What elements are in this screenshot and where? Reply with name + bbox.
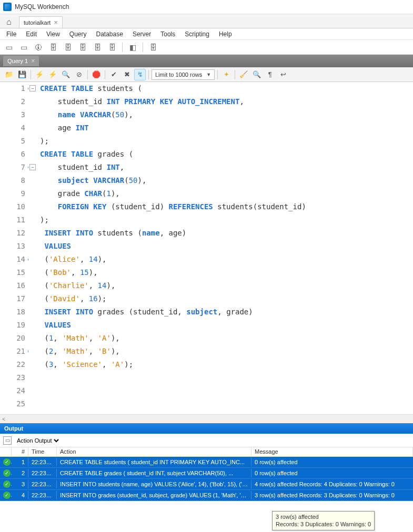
reconnect-icon[interactable]: 🗄 (147, 42, 159, 53)
titlebar: MySQL Workbench (0, 0, 413, 14)
separator (105, 70, 105, 79)
separator (235, 70, 235, 79)
query-tab-label: Query 1 (7, 58, 28, 64)
stop-icon[interactable]: ⊘ (73, 69, 85, 80)
output-table: # Time Action Message ✓122:23:55CREATE T… (0, 447, 413, 501)
menu-view[interactable]: View (42, 29, 64, 39)
rollback-icon[interactable]: ✖ (121, 69, 133, 80)
separator (31, 70, 31, 79)
menu-help[interactable]: Help (215, 29, 236, 39)
output-table-header: # Time Action Message (0, 447, 413, 457)
output-row[interactable]: ✓422:23:55INSERT INTO grades (student_id… (0, 490, 413, 501)
save-icon[interactable]: 💾 (16, 69, 28, 80)
menu-database[interactable]: Database (92, 29, 127, 39)
output-row[interactable]: ✓222:23:55CREATE TABLE grades ( student_… (0, 468, 413, 479)
separator (217, 70, 218, 79)
fold-icon[interactable]: − (29, 164, 36, 170)
separator (87, 70, 88, 79)
separator (143, 43, 143, 52)
connection-tab-label: tutorialkart (24, 19, 51, 26)
app-logo-icon (3, 3, 12, 11)
success-icon: ✓ (3, 458, 11, 466)
output-type-select[interactable]: Action Output (15, 437, 61, 444)
col-num[interactable]: # (12, 447, 28, 456)
commit-icon[interactable]: ✔ (108, 69, 119, 80)
output-title: Output (4, 425, 23, 432)
query-tab[interactable]: Query 1 × (3, 56, 39, 66)
editor-toolbar: 📁 💾 ⚡ ⚡ 🔍 ⊘ 🛑 ✔ ✖ ↯ Limit to 1000 rows ▼… (0, 67, 413, 82)
menu-query[interactable]: Query (65, 29, 91, 39)
open-file-icon[interactable]: 📁 (3, 69, 15, 80)
snippets-icon[interactable]: ✦ (220, 69, 232, 80)
output-header: Output (0, 423, 413, 434)
query-tabbar: Query 1 × (0, 55, 413, 67)
menu-tools[interactable]: Tools (156, 29, 179, 39)
fold-icon[interactable]: − (29, 85, 36, 91)
menu-scripting[interactable]: Scripting (180, 29, 214, 39)
app-title: MySQL Workbench (15, 3, 69, 11)
db5-icon[interactable]: 🗄 (106, 42, 118, 53)
explain-icon[interactable]: 🔍 (60, 69, 72, 80)
success-icon: ✓ (3, 480, 11, 488)
home-icon[interactable]: ⌂ (3, 16, 15, 28)
open-sql-icon[interactable]: ▭ (18, 42, 29, 53)
fold-column: −− (28, 82, 38, 414)
menubar: FileEditViewQueryDatabaseServerToolsScri… (0, 28, 413, 40)
tooltip: 3 row(s) affectedRecords: 3 Duplicates: … (272, 511, 375, 530)
stop2-icon[interactable]: 🛑 (90, 69, 102, 80)
sql-editor[interactable]: 1234567891011121314151617181920212223242… (0, 82, 413, 414)
menu-file[interactable]: File (2, 29, 21, 39)
horizontal-scrollbar[interactable]: < (0, 414, 413, 423)
line-gutter: 1234567891011121314151617181920212223242… (0, 82, 28, 414)
db3-icon[interactable]: 🗄 (77, 42, 88, 53)
limit-rows-select[interactable]: Limit to 1000 rows ▼ (152, 69, 215, 80)
panel-icon[interactable]: ◧ (127, 42, 138, 53)
success-icon: ✓ (3, 492, 11, 499)
find-icon[interactable]: 🔍 (251, 69, 263, 80)
connection-tab[interactable]: tutorialkart × (19, 16, 63, 28)
main-toolbar: ▭ ▭ 🛈 🗄 🗄 🗄 🗄 🗄 ◧ 🗄 (0, 40, 413, 55)
autocommit-icon[interactable]: ↯ (134, 69, 146, 80)
inspector-icon[interactable]: 🛈 (33, 42, 44, 53)
invisible-icon[interactable]: ¶ (264, 69, 276, 80)
close-icon[interactable]: × (31, 57, 35, 65)
output-row[interactable]: ✓122:23:55CREATE TABLE students ( studen… (0, 457, 413, 468)
db4-icon[interactable]: 🗄 (92, 42, 103, 53)
chevron-down-icon: ▼ (206, 72, 211, 77)
output-controls: ▭ Action Output (0, 434, 413, 447)
close-icon[interactable]: × (54, 18, 58, 26)
execute-icon[interactable]: ⚡ (34, 69, 45, 80)
beautify-icon[interactable]: 🧹 (238, 69, 249, 80)
separator (148, 70, 149, 79)
col-action[interactable]: Action (57, 447, 251, 456)
execute-current-icon[interactable]: ⚡ (47, 69, 58, 80)
db-icon[interactable]: 🗄 (47, 42, 59, 53)
limit-rows-label: Limit to 1000 rows (155, 71, 202, 78)
col-message[interactable]: Message (251, 447, 413, 456)
menu-server[interactable]: Server (128, 29, 155, 39)
wrap-icon[interactable]: ↩ (277, 69, 289, 80)
output-mode-icon[interactable]: ▭ (3, 436, 12, 445)
col-time[interactable]: Time (28, 447, 57, 456)
code-area[interactable]: CREATE TABLE students ( student_id INT P… (38, 82, 413, 414)
menu-edit[interactable]: Edit (22, 29, 41, 39)
separator (122, 43, 123, 52)
output-row[interactable]: ✓322:23:55INSERT INTO students (name, ag… (0, 479, 413, 490)
connection-tabbar: ⌂ tutorialkart × (0, 14, 413, 28)
new-sql-tab-icon[interactable]: ▭ (3, 42, 15, 53)
db2-icon[interactable]: 🗄 (62, 42, 74, 53)
success-icon: ✓ (3, 469, 11, 477)
